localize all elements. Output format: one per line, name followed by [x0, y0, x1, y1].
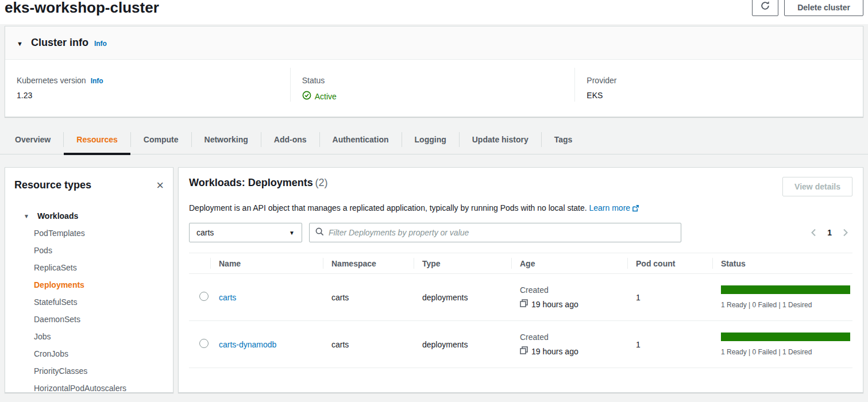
resource-tree: ▼ Workloads PodTemplates Pods ReplicaSet…: [5, 199, 173, 393]
tree-group-workloads[interactable]: ▼ Workloads: [5, 207, 173, 225]
age-value-text: 19 hours ago: [531, 300, 578, 309]
search-input[interactable]: [329, 228, 675, 237]
column-header-pod-count: Pod count: [627, 253, 712, 273]
page-title: eks-workshop-cluster: [5, 0, 159, 17]
status-text: 1 Ready | 0 Failed | 1 Desired: [721, 301, 850, 309]
copy-icon[interactable]: [520, 299, 528, 309]
close-icon[interactable]: ×: [156, 181, 164, 190]
sidebar-item-cronjobs[interactable]: CronJobs: [5, 345, 173, 362]
sidebar-item-replicasets[interactable]: ReplicaSets: [5, 259, 173, 276]
deployments-heading: Workloads: Deployments (2): [189, 177, 328, 189]
cluster-info-info-link[interactable]: Info: [94, 40, 107, 48]
sidebar-item-podtemplates[interactable]: PodTemplates: [5, 225, 173, 242]
next-page-icon[interactable]: [842, 229, 849, 237]
column-header-age: Age: [511, 253, 627, 273]
sidebar-item-deployments[interactable]: Deployments: [5, 276, 173, 293]
cell-namespace: carts: [323, 340, 414, 349]
pagination: 1: [810, 228, 852, 237]
cluster-info-title: Cluster info: [31, 37, 88, 49]
cell-type: deployments: [414, 340, 511, 349]
tab-authentication[interactable]: Authentication: [320, 125, 402, 154]
view-details-button[interactable]: View details: [782, 177, 852, 196]
column-header-namespace: Namespace: [323, 253, 414, 273]
tab-bar: Overview Resources Compute Networking Ad…: [0, 125, 868, 154]
column-header-name: Name: [210, 253, 323, 273]
panel-description: Deployment is an API object that manages…: [189, 203, 852, 214]
status-bar: [721, 333, 850, 341]
panel-count: (2): [315, 177, 328, 188]
filter-type-value: carts: [196, 228, 214, 237]
status-badge: Active: [302, 91, 564, 102]
refresh-button[interactable]: [752, 0, 778, 16]
cluster-info-card: ▼ Cluster info Info Kubernetes version I…: [5, 26, 863, 117]
field-status: Status Active: [290, 68, 575, 102]
tab-networking[interactable]: Networking: [192, 125, 261, 154]
deployments-table: Name Namespace Type Age Pod count Status…: [189, 253, 852, 368]
cell-type: deployments: [414, 293, 511, 302]
current-page[interactable]: 1: [827, 228, 832, 237]
column-header-status: Status: [712, 253, 852, 273]
page-header: eks-workshop-cluster Delete cluster: [0, 0, 868, 24]
cell-age: Created 19 hours ago: [511, 285, 627, 309]
copy-icon[interactable]: [520, 346, 528, 356]
sidebar-item-statefulsets[interactable]: StatefulSets: [5, 293, 173, 311]
external-link-icon: [632, 204, 639, 214]
cell-status: 1 Ready | 0 Failed | 1 Desired: [712, 333, 852, 356]
tab-update-history[interactable]: Update history: [460, 125, 541, 154]
search-field[interactable]: [309, 223, 681, 242]
tab-overview[interactable]: Overview: [2, 125, 63, 154]
provider-value: EKS: [587, 91, 848, 100]
collapse-caret-icon[interactable]: ▼: [17, 40, 23, 47]
header-actions: Delete cluster: [752, 0, 863, 16]
table-row: carts-dynamodb carts deployments Created…: [189, 321, 852, 368]
sidebar-item-daemonsets[interactable]: DaemonSets: [5, 311, 173, 328]
sidebar-item-priorityclasses[interactable]: PriorityClasses: [5, 362, 173, 380]
status-label: Status: [302, 76, 325, 85]
kubernetes-version-value: 1.23: [17, 91, 279, 100]
kubernetes-version-info-link[interactable]: Info: [91, 77, 103, 85]
table-row: carts carts deployments Created 19 hours…: [189, 274, 852, 321]
status-value: Active: [315, 92, 337, 101]
check-circle-icon: [302, 91, 311, 102]
select-all-column: [189, 253, 210, 273]
deployment-name-link[interactable]: carts: [219, 293, 236, 302]
resource-types-panel: Resource types × ▼ Workloads PodTemplate…: [5, 167, 173, 393]
previous-page-icon[interactable]: [810, 229, 817, 237]
status-text: 1 Ready | 0 Failed | 1 Desired: [721, 348, 850, 356]
row-radio[interactable]: [199, 339, 209, 348]
select-caret-icon: ▼: [289, 230, 295, 236]
tree-group-label: Workloads: [37, 211, 78, 221]
field-provider: Provider EKS: [574, 68, 859, 102]
tab-add-ons[interactable]: Add-ons: [261, 125, 319, 154]
learn-more-label: Learn more: [589, 203, 631, 212]
row-radio[interactable]: [199, 292, 209, 301]
sidebar-item-horizontalpodautoscalers[interactable]: HorizontalPodAutoscalers: [5, 380, 173, 393]
description-text: Deployment is an API object that manages…: [189, 203, 587, 212]
panel-title: Workloads: Deployments: [189, 177, 313, 188]
table-header-row: Name Namespace Type Age Pod count Status: [189, 253, 852, 274]
age-created-label: Created: [520, 333, 627, 342]
column-header-type: Type: [414, 253, 511, 273]
resource-types-title: Resource types: [14, 179, 91, 191]
tab-tags[interactable]: Tags: [542, 125, 585, 154]
cell-age: Created 19 hours ago: [511, 333, 627, 356]
filter-type-select[interactable]: carts ▼: [189, 223, 302, 242]
tab-resources[interactable]: Resources: [64, 125, 130, 154]
status-bar: [721, 285, 850, 294]
delete-cluster-button[interactable]: Delete cluster: [784, 0, 863, 16]
search-icon: [315, 227, 324, 238]
age-created-label: Created: [520, 285, 627, 295]
chevron-down-icon: ▼: [24, 213, 29, 219]
sidebar-item-pods[interactable]: Pods: [5, 242, 173, 259]
deployments-panel: Workloads: Deployments (2) View details …: [178, 167, 863, 393]
cluster-info-body: Kubernetes version Info 1.23 Status Acti…: [5, 60, 863, 117]
cell-namespace: carts: [323, 293, 414, 302]
cluster-info-header[interactable]: ▼ Cluster info Info: [5, 26, 863, 60]
field-kubernetes-version: Kubernetes version Info 1.23: [5, 68, 290, 102]
tab-logging[interactable]: Logging: [402, 125, 459, 154]
sidebar-item-jobs[interactable]: Jobs: [5, 328, 173, 345]
tab-compute[interactable]: Compute: [131, 125, 191, 154]
provider-label: Provider: [587, 76, 616, 85]
learn-more-link[interactable]: Learn more: [589, 203, 640, 212]
deployment-name-link[interactable]: carts-dynamodb: [219, 340, 276, 349]
